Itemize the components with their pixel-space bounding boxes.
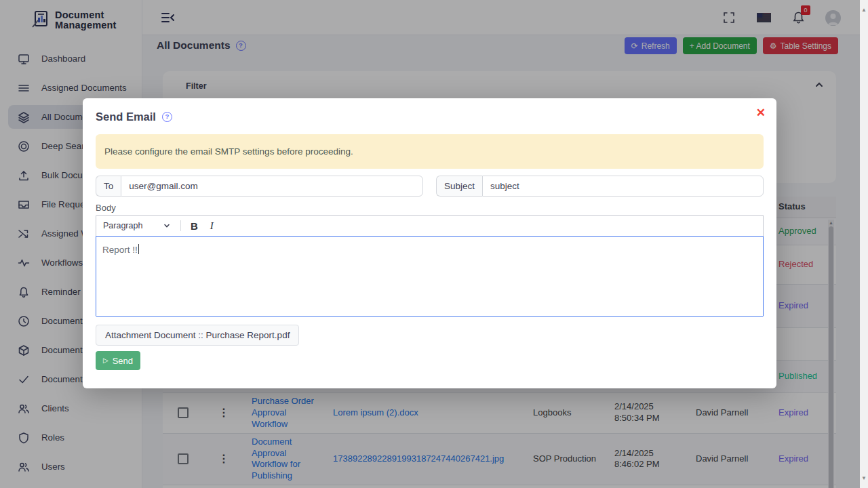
close-icon[interactable]: ✕ [756, 107, 766, 119]
attachment-chip[interactable]: Attachment Document :: Purchase Report.p… [96, 325, 299, 346]
chevron-down-icon [163, 222, 171, 230]
modal-title: Send Email [96, 110, 156, 123]
send-email-modal: ✕ Send Email ? Please configure the emai… [83, 98, 776, 388]
app-window: Document Management DashboardAssigned Do… [0, 0, 868, 488]
to-input[interactable] [121, 176, 423, 197]
body-label: Body [96, 203, 764, 213]
subject-input[interactable] [482, 176, 764, 197]
rich-text-editor: Paragraph B I Report !! [96, 215, 764, 317]
play-icon: ▷ [103, 357, 108, 364]
to-field-group: To [96, 176, 423, 197]
scroll-down-icon[interactable]: ▼ [860, 475, 868, 481]
page-scrollbar[interactable]: ▲ ▼ [860, 0, 868, 488]
bold-button[interactable]: B [191, 220, 198, 232]
paragraph-style-dropdown[interactable]: Paragraph [103, 221, 171, 230]
send-button[interactable]: ▷ Send [96, 351, 140, 370]
email-body-input[interactable]: Report !! [96, 236, 764, 317]
scroll-up-icon[interactable]: ▲ [860, 7, 868, 13]
text-caret [138, 244, 139, 254]
toolbar-divider [180, 220, 181, 231]
editor-toolbar: Paragraph B I [96, 215, 764, 236]
subject-label: Subject [436, 176, 482, 197]
modal-help-icon[interactable]: ? [162, 112, 172, 122]
subject-field-group: Subject [436, 176, 764, 197]
italic-button[interactable]: I [208, 220, 216, 232]
to-label: To [96, 176, 121, 197]
smtp-warning-banner: Please configure the email SMTP settings… [96, 134, 764, 169]
